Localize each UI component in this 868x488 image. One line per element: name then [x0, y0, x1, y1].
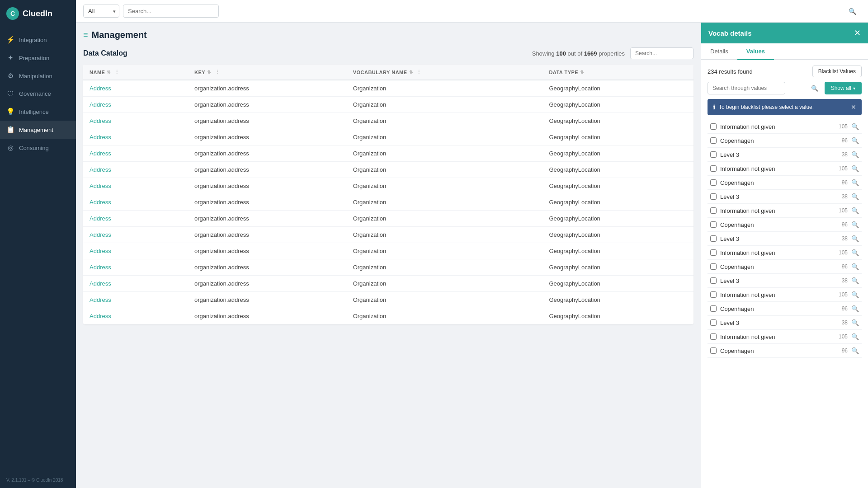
row-name-link[interactable]: Address — [90, 264, 111, 271]
vocab-value-checkbox[interactable] — [710, 347, 717, 354]
vocab-value-search-icon[interactable]: 🔍 — [851, 347, 859, 354]
vocab-value-name: Copenhagen — [720, 263, 831, 270]
col-vocab-menu-icon[interactable]: ⋮ — [415, 69, 424, 75]
notice-close-icon[interactable]: ✕ — [851, 103, 856, 111]
cell-name: Address — [83, 113, 188, 129]
sidebar-item-manipulation[interactable]: ⚙ Manipulation — [0, 67, 76, 85]
vocab-value-search-icon[interactable]: 🔍 — [851, 137, 859, 144]
vocab-value-checkbox[interactable] — [710, 151, 717, 158]
row-name-link[interactable]: Address — [90, 150, 111, 157]
vocab-value-search-icon[interactable]: 🔍 — [851, 249, 859, 256]
cell-name: Address — [83, 145, 188, 162]
vocab-value-checkbox[interactable] — [710, 137, 717, 144]
row-name-link[interactable]: Address — [90, 199, 111, 206]
cell-datatype: GeographyLocation — [542, 194, 693, 211]
sidebar-item-intelligence[interactable]: 💡 Intelligence — [0, 103, 76, 121]
cell-datatype: GeographyLocation — [542, 308, 693, 324]
vocab-value-checkbox[interactable] — [710, 207, 717, 214]
vocab-value-checkbox[interactable] — [710, 249, 717, 256]
filter-dropdown[interactable]: All — [83, 5, 119, 18]
vocab-value-search-icon[interactable]: 🔍 — [851, 277, 859, 284]
vocab-value-checkbox[interactable] — [710, 123, 717, 130]
vocab-value-search-icon[interactable]: 🔍 — [851, 235, 859, 242]
cell-datatype: GeographyLocation — [542, 162, 693, 178]
table-row: Address organization.address Organizatio… — [83, 292, 693, 308]
vocab-close-button[interactable]: ✕ — [854, 29, 861, 37]
vocab-value-checkbox[interactable] — [710, 193, 717, 200]
vocab-value-checkbox[interactable] — [710, 221, 717, 228]
cell-key: organization.address — [188, 129, 347, 145]
vocab-value-search-icon[interactable]: 🔍 — [851, 221, 859, 228]
blacklist-values-button[interactable]: Blacklist Values — [812, 66, 862, 77]
row-name-link[interactable]: Address — [90, 183, 111, 189]
vocab-list-item: Information not given 105 🔍 — [708, 288, 862, 302]
vocab-value-search-icon[interactable]: 🔍 — [851, 263, 859, 270]
table-row: Address organization.address Organizatio… — [83, 80, 693, 97]
sidebar-item-preparation[interactable]: ✦ Preparation — [0, 49, 76, 67]
vocab-tabs: Details Values — [701, 43, 868, 60]
sidebar-item-consuming[interactable]: ◎ Consuming — [0, 139, 76, 157]
vocab-value-checkbox[interactable] — [710, 291, 717, 298]
sidebar-item-governance[interactable]: 🛡 Governance — [0, 85, 76, 103]
row-name-link[interactable]: Address — [90, 85, 111, 92]
row-name-link[interactable]: Address — [90, 313, 111, 319]
vocab-value-search-icon[interactable]: 🔍 — [851, 151, 859, 158]
vocab-value-checkbox[interactable] — [710, 319, 717, 326]
col-vocab-sort-icon[interactable]: ⇅ — [409, 70, 413, 75]
vocab-value-count: 96 — [835, 263, 848, 270]
row-name-link[interactable]: Address — [90, 101, 111, 108]
vocab-value-search-icon[interactable]: 🔍 — [851, 165, 859, 172]
preparation-icon: ✦ — [6, 54, 14, 62]
row-name-link[interactable]: Address — [90, 280, 111, 287]
tab-details[interactable]: Details — [701, 43, 737, 60]
data-table: NAME ⇅ ⋮ KEY ⇅ ⋮ — [83, 65, 693, 324]
vocab-value-search-icon[interactable]: 🔍 — [851, 123, 859, 130]
vocab-value-checkbox[interactable] — [710, 305, 717, 312]
cell-vocab: Organization — [347, 80, 543, 97]
consuming-icon: ◎ — [6, 144, 14, 152]
vocab-value-count: 96 — [835, 137, 848, 144]
logo[interactable]: C CluedIn — [0, 0, 76, 27]
col-key-menu-icon[interactable]: ⋮ — [213, 69, 222, 75]
vocab-value-search-icon[interactable]: 🔍 — [851, 291, 859, 298]
vocab-value-count: 96 — [835, 305, 848, 312]
cell-key: organization.address — [188, 178, 347, 194]
row-name-link[interactable]: Address — [90, 215, 111, 222]
vocab-value-search-icon[interactable]: 🔍 — [851, 207, 859, 214]
vocab-value-count: 96 — [835, 179, 848, 186]
vocab-value-checkbox[interactable] — [710, 179, 717, 186]
row-name-link[interactable]: Address — [90, 296, 111, 303]
search-input[interactable] — [123, 5, 219, 18]
cell-vocab: Organization — [347, 292, 543, 308]
row-name-link[interactable]: Address — [90, 134, 111, 141]
row-name-link[interactable]: Address — [90, 166, 111, 173]
cell-datatype: GeographyLocation — [542, 276, 693, 292]
vocab-value-name: Copenhagen — [720, 137, 831, 144]
cell-datatype: GeographyLocation — [542, 113, 693, 129]
catalog-search-input[interactable] — [630, 47, 693, 59]
vocab-value-search-icon[interactable]: 🔍 — [851, 333, 859, 340]
vocab-value-search-icon[interactable]: 🔍 — [851, 179, 859, 186]
show-all-button[interactable]: Show all ▾ — [825, 82, 862, 94]
col-name-menu-icon[interactable]: ⋮ — [113, 69, 122, 75]
col-key-sort-icon[interactable]: ⇅ — [207, 70, 211, 75]
col-name-sort-icon[interactable]: ⇅ — [107, 70, 111, 75]
vocab-value-search-icon[interactable]: 🔍 — [851, 193, 859, 200]
sidebar-item-integration[interactable]: ⚡ Integration — [0, 31, 76, 49]
col-key: KEY ⇅ ⋮ — [188, 65, 347, 80]
vocab-value-search-icon[interactable]: 🔍 — [851, 305, 859, 312]
tab-values[interactable]: Values — [737, 43, 774, 60]
vocab-value-checkbox[interactable] — [710, 263, 717, 270]
vocab-value-checkbox[interactable] — [710, 277, 717, 284]
col-datatype-sort-icon[interactable]: ⇅ — [580, 70, 584, 75]
row-name-link[interactable]: Address — [90, 248, 111, 254]
vocab-value-search-icon[interactable]: 🔍 — [851, 319, 859, 326]
vocab-search-input[interactable] — [708, 82, 785, 94]
row-name-link[interactable]: Address — [90, 117, 111, 124]
vocab-panel: Vocab details ✕ Details Values 234 resul… — [701, 23, 868, 488]
sidebar-item-management[interactable]: 📋 Management — [0, 121, 76, 139]
row-name-link[interactable]: Address — [90, 231, 111, 238]
vocab-value-checkbox[interactable] — [710, 333, 717, 340]
vocab-value-checkbox[interactable] — [710, 165, 717, 172]
vocab-value-checkbox[interactable] — [710, 235, 717, 242]
